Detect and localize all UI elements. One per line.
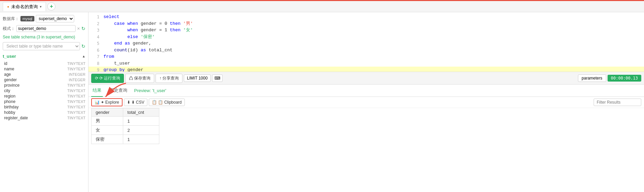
field-row-province: province TINYTEXT xyxy=(4,83,85,88)
editor-area[interactable]: 1 select 2 case when gender = 0 then '男'… xyxy=(88,12,644,72)
field-name: city xyxy=(4,88,10,93)
schema-input[interactable] xyxy=(16,25,76,32)
timer-badge: 00:00:00.13 xyxy=(608,75,641,82)
results-area: 结果 历史查询 Preview: 't_user' xyxy=(88,85,644,192)
col-header-gender: gender xyxy=(92,108,123,117)
code-line-7: 7 from xyxy=(88,53,644,60)
tab-results[interactable]: 结果 xyxy=(91,85,103,97)
schema-row: 模式： ✕ ↻ xyxy=(3,25,85,32)
database-row: 数据库： mysql superset_demo xyxy=(3,15,85,22)
share-query-button[interactable]: ↑ 分享查询 xyxy=(156,74,182,83)
field-type: TINYTEXT xyxy=(67,94,85,98)
table-name-label: t_user xyxy=(3,54,16,59)
table-header-row: gender total_cnt xyxy=(92,108,159,117)
tab-preview[interactable]: Preview: 't_user' xyxy=(134,88,166,93)
field-type: TINYTEXT xyxy=(67,89,85,93)
field-type: TINYTEXT xyxy=(67,105,85,109)
see-table-schema-link[interactable]: See table schema (3 in superset_demo) xyxy=(3,35,85,39)
tab-dropdown-icon[interactable]: ▾ xyxy=(40,5,42,8)
run-icon: ⟳ xyxy=(95,76,98,81)
tab-dot: ● xyxy=(7,5,9,8)
results-table: gender total_cnt 男 1 女 2 xyxy=(91,108,159,144)
add-tab-button[interactable]: + xyxy=(47,2,55,11)
content-area: 1 select 2 case when gender = 0 then '男'… xyxy=(88,12,644,192)
field-type: TINYTEXT xyxy=(67,110,85,115)
csv-icon: ⬇ xyxy=(127,100,130,105)
code-line-3: 3 when gender = 1 then '女' xyxy=(88,27,644,34)
db-type-badge: mysql xyxy=(20,16,34,21)
tab-title: 未命名的查询 xyxy=(11,4,38,10)
field-row-id: id TINYTEXT xyxy=(4,61,85,66)
sidebar: 数据库： mysql superset_demo 模式： ✕ ↻ See tab… xyxy=(0,12,88,192)
cell-total-cnt: 1 xyxy=(123,135,159,144)
db-selector[interactable]: superset_demo xyxy=(36,15,74,22)
cell-gender: 保密 xyxy=(92,135,123,144)
field-name: phone xyxy=(4,99,15,104)
field-name: region xyxy=(4,94,15,99)
query-toolbar: ⟳ ⟳ 运行查询 凸 保存查询 ↑ 分享查询 LIMIT 1000 ⌨ para… xyxy=(88,72,644,85)
field-name: hobby xyxy=(4,110,15,115)
save-query-button[interactable]: 凸 保存查询 xyxy=(125,74,154,83)
field-row-city: city TINYTEXT xyxy=(4,88,85,93)
code-line-1: 1 select xyxy=(88,14,644,20)
field-type: INTEGER xyxy=(69,72,85,76)
parameters-button[interactable]: parameters xyxy=(578,74,606,82)
cell-total-cnt: 1 xyxy=(123,117,159,126)
results-content: 📊 ✦ Explore ⬇ ⬇ CSV 📋 📋 Clipboard xyxy=(88,97,644,192)
results-tabs: 结果 历史查询 Preview: 't_user' xyxy=(88,85,644,97)
field-type: TINYTEXT xyxy=(67,67,85,71)
field-name: name xyxy=(4,67,14,71)
code-line-4: 4 else '保密' xyxy=(88,34,644,40)
explore-button[interactable]: 📊 ✦ Explore xyxy=(91,98,123,106)
clear-schema-icon[interactable]: ✕ xyxy=(77,27,80,31)
share-icon: ↑ xyxy=(159,76,161,81)
tab-history[interactable]: 历史查询 xyxy=(108,85,129,97)
field-row-age: age INTEGER xyxy=(4,72,85,77)
run-query-button[interactable]: ⟳ ⟳ 运行查询 xyxy=(91,74,124,83)
code-line-5: 5 end as gender, xyxy=(88,40,644,47)
field-type: TINYTEXT xyxy=(67,62,85,66)
table-select-row: Select table or type table name ↻ xyxy=(3,42,85,50)
field-row-birthday: birthday TINYTEXT xyxy=(4,104,85,110)
csv-button[interactable]: ⬇ ⬇ CSV xyxy=(124,99,147,106)
field-row-phone: phone TINYTEXT xyxy=(4,99,85,104)
code-line-8: 8 t_user xyxy=(88,60,644,67)
explore-icon: 📊 xyxy=(95,100,100,105)
clipboard-icon: 📋 xyxy=(152,100,157,105)
code-line-9: 9 group by gender xyxy=(88,67,644,72)
schema-label: 模式： xyxy=(3,26,15,32)
field-row-register-date: register_date TINYTEXT xyxy=(4,115,85,121)
query-tab[interactable]: ● 未命名的查询 ▾ xyxy=(3,2,46,11)
field-type: INTEGER xyxy=(69,78,85,82)
table-collapse-icon[interactable]: ▲ xyxy=(82,54,85,58)
clipboard-button[interactable]: 📋 📋 Clipboard xyxy=(149,99,185,106)
limit-badge[interactable]: LIMIT 1000 xyxy=(184,74,210,82)
field-name: register_date xyxy=(4,116,28,120)
code-editor[interactable]: 1 select 2 case when gender = 0 then '男'… xyxy=(88,12,644,72)
cell-total-cnt: 2 xyxy=(123,126,159,135)
code-line-2: 2 case when gender = 0 then '男' xyxy=(88,20,644,27)
field-name: age xyxy=(4,72,11,77)
cell-gender: 女 xyxy=(92,126,123,135)
field-row-name: name TINYTEXT xyxy=(4,66,85,72)
db-label: 数据库： xyxy=(3,16,19,22)
action-bar: 📊 ✦ Explore ⬇ ⬇ CSV 📋 📋 Clipboard xyxy=(88,97,644,108)
refresh-schema-icon[interactable]: ↻ xyxy=(81,26,85,31)
field-name: province xyxy=(4,83,19,88)
field-row-hobby: hobby TINYTEXT xyxy=(4,110,85,115)
field-list: id TINYTEXT name TINYTEXT age INTEGER ge… xyxy=(4,61,85,121)
table-row: 保密 1 xyxy=(92,135,159,144)
keyboard-icon[interactable]: ⌨ xyxy=(212,74,223,82)
field-type: TINYTEXT xyxy=(67,83,85,87)
code-line-6: 6 count(id) as total_cnt xyxy=(88,47,644,54)
table-row: 女 2 xyxy=(92,126,159,135)
field-row-gender: gender INTEGER xyxy=(4,77,85,83)
refresh-table-icon[interactable]: ↻ xyxy=(81,43,85,49)
cell-gender: 男 xyxy=(92,117,123,126)
filter-results-input[interactable] xyxy=(594,99,641,106)
field-name: gender xyxy=(4,77,17,82)
table-selector[interactable]: Select table or type table name xyxy=(3,42,80,50)
field-type: TINYTEXT xyxy=(67,116,85,120)
field-name: birthday xyxy=(4,105,19,109)
field-row-region: region TINYTEXT xyxy=(4,93,85,99)
